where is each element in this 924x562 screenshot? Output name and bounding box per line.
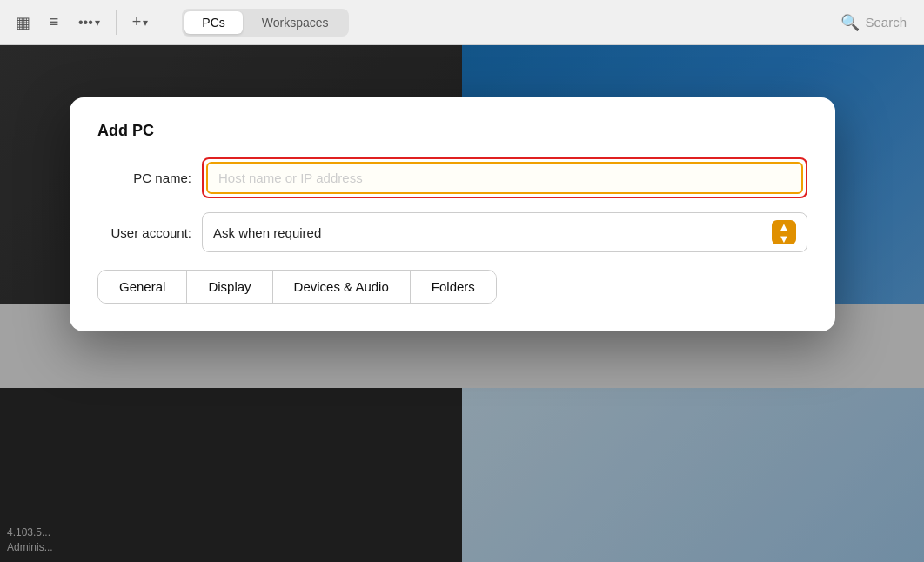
user-account-chevron-icon: ▲ ▼ [772,220,796,244]
separator-1 [116,10,117,35]
more-icon: ••• [78,15,93,30]
pc-name-row: PC name: [97,157,807,198]
grid-view-button[interactable]: ▦ [10,10,35,35]
tab-pcs[interactable]: PCs [184,11,242,34]
add-pc-dialog: Add PC PC name: User account: Ask when r… [70,97,835,331]
user-account-value: Ask when required [213,225,772,240]
tab-folders[interactable]: Folders [411,271,496,303]
list-view-button[interactable]: ≡ [42,10,66,35]
user-account-select[interactable]: Ask when required ▲ ▼ [202,212,807,252]
tab-devices-audio[interactable]: Devices & Audio [273,271,411,303]
user-account-label: User account: [97,225,202,240]
toolbar: ▦ ≡ ••• ▾ + ▾ PCs Workspaces 🔍 Search [0,0,924,45]
add-icon: + [132,13,142,31]
content-area: 4.103.5... Adminis... Add PC PC name: Us… [0,45,924,562]
pc-name-label: PC name: [97,171,202,185]
pc-name-input[interactable] [206,162,803,194]
search-label: Search [865,15,907,30]
more-chevron-icon: ▾ [95,17,100,29]
pc-name-field-wrapper [202,157,807,198]
search-area[interactable]: 🔍 Search [834,10,914,36]
user-account-row: User account: Ask when required ▲ ▼ [97,212,807,252]
more-button[interactable]: ••• ▾ [73,11,105,34]
separator-2 [164,10,164,35]
dialog-title: Add PC [97,122,807,140]
view-tabs: PCs Workspaces [182,9,348,37]
add-button[interactable]: + ▾ [127,10,154,35]
add-chevron-icon: ▾ [143,17,148,29]
tab-display[interactable]: Display [187,271,272,303]
tab-general[interactable]: General [98,271,187,303]
search-icon: 🔍 [840,13,860,32]
dialog-tabs: General Display Devices & Audio Folders [97,270,497,304]
tab-workspaces[interactable]: Workspaces [244,11,346,34]
